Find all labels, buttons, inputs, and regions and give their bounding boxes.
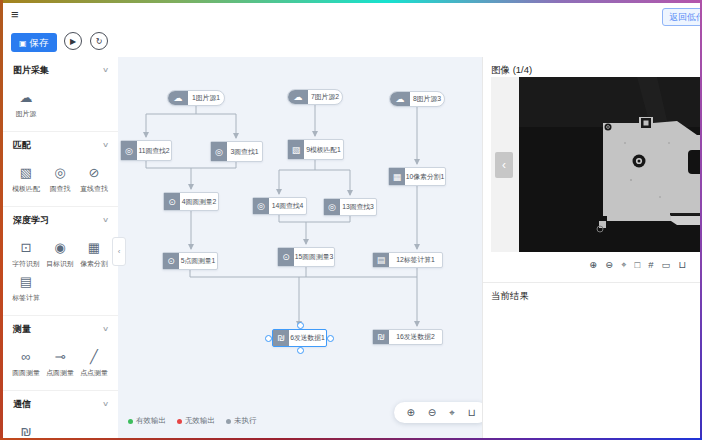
- sidebar-item-line-find[interactable]: ⊘直线查找: [77, 162, 111, 194]
- save-button[interactable]: ▣保存: [11, 33, 57, 52]
- locate-icon[interactable]: ⌖: [449, 408, 455, 418]
- toolbar: ▣保存 ▶↻: [3, 29, 700, 58]
- sidebar-item-label: 标签计算: [10, 292, 41, 302]
- chevron-down-icon: ∨: [102, 400, 109, 408]
- zoom-out-icon[interactable]: ⊖: [605, 260, 613, 270]
- flow-node[interactable]: ☁1图片源1: [167, 90, 225, 106]
- flow-node-label: 9模板匹配1: [304, 140, 343, 159]
- flow-node[interactable]: ◎13圆查找3: [323, 198, 377, 216]
- sidebar-item-target[interactable]: ◉目标识别: [43, 237, 77, 269]
- sidebar-item-ocr[interactable]: ⊡字符识别: [9, 237, 43, 269]
- fit-icon[interactable]: ▭: [662, 260, 671, 270]
- sidebar-section-header[interactable]: 图片采集∨: [3, 57, 118, 83]
- sidebar-section-header[interactable]: 匹配∨: [3, 132, 118, 158]
- flow-node[interactable]: ⊙15圆圆测量3: [277, 247, 335, 267]
- sidebar-section: 测量∨∞圆圆测量⊸点圆测量╱点点测量: [3, 316, 118, 391]
- sidebar-section-items: ∞圆圆测量⊸点圆测量╱点点测量: [3, 342, 118, 390]
- sidebar-item-measure-pp[interactable]: ╱点点测量: [77, 346, 111, 378]
- sidebar-item-send-data[interactable]: ₪: [9, 421, 43, 438]
- flow-node[interactable]: ₪16发送数据2: [372, 329, 443, 345]
- sidebar-item-template-match[interactable]: ▧模板匹配: [9, 162, 43, 194]
- trash-icon[interactable]: ⊔: [468, 408, 476, 418]
- flow-node[interactable]: ₪6发送数据1: [272, 329, 327, 347]
- circle-find-icon: ◎: [211, 142, 227, 161]
- sidebar-section-header[interactable]: 测量∨: [3, 316, 118, 342]
- flow-node[interactable]: ⊙4圆圆测量2: [163, 192, 219, 211]
- sidebar-section-items: ▧模板匹配◎圆查找⊘直线查找: [3, 158, 118, 206]
- sidebar-section-header[interactable]: 深度学习∨: [3, 207, 118, 233]
- flow-node-label: 10像素分割1: [405, 168, 445, 185]
- camera-image[interactable]: [519, 77, 701, 252]
- previous-image-button[interactable]: ‹: [495, 152, 513, 178]
- grid-icon[interactable]: #: [648, 260, 653, 270]
- flow-node[interactable]: ☁7图片源2: [287, 89, 343, 105]
- sidebar-item-label: 模板匹配: [10, 183, 41, 193]
- handle-right[interactable]: [327, 335, 334, 342]
- flow-node-label: 6发送数据1: [289, 330, 326, 346]
- fullscreen-icon[interactable]: □: [635, 260, 641, 270]
- sidebar-item-pixel-segment[interactable]: ▦像素分割: [77, 237, 111, 269]
- sidebar-section-header[interactable]: 通信∨: [3, 391, 118, 417]
- zoom-out-icon[interactable]: ⊖: [428, 408, 436, 418]
- flow-node[interactable]: ◎11圆查找2: [120, 140, 172, 161]
- flow-node[interactable]: ◎3圆查找1: [210, 141, 263, 162]
- sidebar-section-title: 深度学习: [13, 214, 49, 227]
- sidebar-item-label: 目标识别: [44, 258, 75, 268]
- legend-item: 有效输出: [128, 416, 166, 426]
- label-calc-icon: ▤: [9, 271, 43, 292]
- flow-node[interactable]: ⊙5点圆测量1: [162, 252, 218, 270]
- zoom-in-icon[interactable]: ⊕: [589, 260, 597, 270]
- sidebar-collapse-handle[interactable]: ‹: [112, 237, 126, 266]
- flow-canvas[interactable]: 有效输出无效输出未执行 ⊕⊖⌖⊔ ☁1图片源1☁7图片源2☁8图片源3◎11圆查…: [118, 57, 482, 438]
- legend-label: 有效输出: [136, 416, 166, 426]
- flow-node-label: 4圆圆测量2: [180, 193, 218, 210]
- send-data-icon: ₪: [273, 330, 289, 346]
- sidebar-item-image-source[interactable]: ☁图片源: [9, 87, 43, 119]
- flow-node[interactable]: ☁8图片源3: [389, 91, 445, 107]
- locate-icon[interactable]: ⌖: [621, 260, 626, 270]
- sidebar-item-label-calc[interactable]: ▤标签计算: [9, 271, 43, 303]
- flow-node-label: 1图片源1: [188, 91, 224, 105]
- template-match-icon: ▧: [9, 162, 43, 183]
- sidebar-item-label: 点点测量: [78, 367, 109, 377]
- sidebar-section-title: 测量: [13, 323, 31, 336]
- image-source-icon: ☁: [288, 90, 308, 104]
- flow-node[interactable]: ▤12标签计算1: [372, 252, 443, 268]
- run-once-button[interactable]: ↻: [90, 32, 108, 50]
- run-button[interactable]: ▶: [64, 32, 82, 50]
- handle-top[interactable]: [297, 322, 304, 329]
- legend-label: 未执行: [234, 416, 257, 426]
- handle-left[interactable]: [265, 335, 272, 342]
- legend-dot: [177, 419, 182, 424]
- image-source-icon: ☁: [390, 92, 410, 106]
- chevron-down-icon: ∨: [102, 66, 109, 74]
- image-panel: 图像 (1/4) ‹: [482, 57, 700, 438]
- sidebar-item-circle-find[interactable]: ◎圆查找: [43, 162, 77, 194]
- back-to-lowcode-button[interactable]: 返回低代: [662, 8, 702, 26]
- circle-find-icon: ◎: [324, 199, 340, 215]
- ocr-icon: ⊡: [9, 237, 43, 258]
- canvas-zoom-toolbar: ⊕⊖⌖⊔: [394, 402, 482, 423]
- flow-node[interactable]: ▦10像素分割1: [388, 167, 446, 186]
- handle-bottom[interactable]: [297, 347, 304, 354]
- save-icon: ▣: [19, 39, 27, 48]
- sidebar-item-measure-pc[interactable]: ⊸点圆测量: [43, 346, 77, 378]
- flow-node-label: 11圆查找2: [137, 141, 171, 160]
- label-calc-icon: ▤: [373, 253, 389, 267]
- hamburger-menu-icon[interactable]: ≡: [11, 7, 19, 22]
- pixel-segment-icon: ▦: [389, 168, 405, 185]
- sidebar-item-measure-cc[interactable]: ∞圆圆测量: [9, 346, 43, 378]
- current-result-title: 当前结果: [491, 290, 529, 303]
- sidebar-section-items: ☁图片源: [3, 83, 118, 131]
- trash-icon[interactable]: ⊔: [679, 260, 686, 270]
- flow-node-label: 12标签计算1: [389, 253, 442, 267]
- zoom-in-icon[interactable]: ⊕: [406, 408, 414, 418]
- canvas-legend: 有效输出无效输出未执行: [128, 416, 257, 426]
- flow-node-label: 16发送数据2: [389, 330, 442, 344]
- flow-node[interactable]: ◎14圆查找4: [252, 197, 307, 215]
- sidebar-section: 匹配∨▧模板匹配◎圆查找⊘直线查找: [3, 132, 118, 207]
- flow-node[interactable]: ▧9模板匹配1: [287, 139, 344, 160]
- image-nav-strip: ‹: [491, 77, 519, 252]
- header-bar: ≡ 返回低代: [3, 3, 700, 29]
- sidebar-section-title: 匹配: [13, 139, 31, 152]
